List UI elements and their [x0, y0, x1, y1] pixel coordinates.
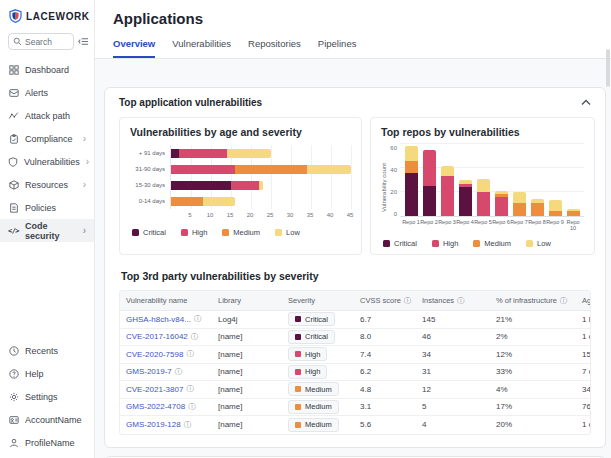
- tab-vulnerabilities[interactable]: Vulnerabilities: [172, 38, 231, 58]
- stacked-bar-repo-3[interactable]: [441, 166, 454, 216]
- sidebar-collapse-icon[interactable]: [78, 36, 89, 47]
- stacked-bar-repo-1[interactable]: [405, 146, 418, 216]
- severity-swatch: [295, 386, 301, 392]
- info-icon[interactable]: ⓘ: [191, 332, 199, 342]
- table-row[interactable]: GHSA-h8ch-v84...ⓘLog4jCritical6.714521%1…: [120, 311, 590, 329]
- info-icon[interactable]: ⓘ: [188, 402, 196, 412]
- stacked-bar[interactable]: [171, 181, 263, 190]
- legend-item-medium: Medium: [222, 228, 260, 237]
- chart-title: Top repos by vulnerabilities: [381, 126, 584, 138]
- scrollbar[interactable]: [606, 49, 610, 87]
- column-header-age[interactable]: Ageⓘ: [576, 296, 590, 306]
- info-icon[interactable]: ⓘ: [186, 349, 194, 359]
- info-icon[interactable]: ⓘ: [560, 296, 568, 306]
- vulnerability-link[interactable]: CVE-2020-7598: [126, 350, 183, 359]
- sidebar-item-resources[interactable]: Resources›: [0, 173, 94, 196]
- x-tick-label: 15: [227, 212, 234, 218]
- stacked-bar-repo-5[interactable]: [477, 179, 490, 216]
- sidebar-item-policies[interactable]: Policies: [0, 196, 94, 219]
- top-application-vulnerabilities-card: Top application vulnerabilities Vulnerab…: [104, 87, 606, 448]
- stacked-bar[interactable]: [171, 197, 235, 206]
- info-icon[interactable]: ⓘ: [186, 384, 194, 394]
- bar-segment-low: [441, 166, 454, 177]
- sidebar-item-recents[interactable]: Recents: [0, 339, 94, 362]
- column-header-instances[interactable]: Instancesⓘ: [416, 296, 490, 306]
- instances-cell: 5: [416, 402, 490, 411]
- sidebar-item-profilename[interactable]: ProfileName: [0, 431, 94, 454]
- sidebar-item-dashboard[interactable]: Dashboard: [0, 58, 94, 81]
- table-row[interactable]: CVE-2021-3807ⓘ[name]Medium4.8124%34 days: [120, 381, 590, 399]
- stacked-bar-repo-8[interactable]: [531, 199, 544, 216]
- vulnerability-link[interactable]: GMS-2019-128: [126, 420, 181, 429]
- column-header-library[interactable]: Library: [212, 296, 282, 305]
- search-input[interactable]: Search: [8, 33, 74, 50]
- vulnerability-link[interactable]: CVE-2021-3807: [126, 385, 183, 394]
- tab-pipelines[interactable]: Pipelines: [318, 38, 357, 58]
- stacked-bar-repo-2[interactable]: [423, 150, 436, 216]
- sidebar-item-label: Attack path: [25, 111, 70, 121]
- tab-overview[interactable]: Overview: [113, 38, 155, 58]
- chart-title: Vulnerabilities by age and severity: [130, 126, 351, 138]
- sidebar-item-compliance[interactable]: Compliance›: [0, 127, 94, 150]
- x-tick-label: Repo 7: [510, 219, 528, 231]
- info-icon[interactable]: ⓘ: [184, 420, 192, 430]
- sidebar-item-help[interactable]: Help: [0, 362, 94, 385]
- recents-icon: [8, 346, 19, 356]
- sidebar-item-label: Compliance: [25, 134, 73, 144]
- table-row[interactable]: GMS-2019-128ⓘ[name]Medium5.6420%1 day: [120, 416, 590, 434]
- bar-segment-high: [477, 192, 490, 216]
- vulnerability-link[interactable]: GMS-2022-4708: [126, 402, 185, 411]
- info-icon[interactable]: ⓘ: [175, 367, 183, 377]
- sidebar-item-label: ProfileName: [25, 438, 75, 448]
- bar-row: [171, 145, 351, 161]
- table-row[interactable]: CVE-2020-7598ⓘ[name]High7.43412%15 days: [120, 346, 590, 364]
- stacked-bar[interactable]: [171, 149, 271, 158]
- sidebar-item-label: Help: [25, 369, 44, 379]
- x-tick-label: Repo 6: [492, 219, 510, 231]
- stacked-bar-repo-7[interactable]: [513, 192, 526, 216]
- info-icon[interactable]: ⓘ: [404, 296, 412, 306]
- sidebar-item-code-security[interactable]: </>Code security›: [0, 219, 94, 242]
- chevron-up-icon[interactable]: [581, 99, 591, 106]
- table-row[interactable]: GMS-2022-4708ⓘ[name]Medium3.1517%76 days: [120, 399, 590, 417]
- sidebar-item-settings[interactable]: Settings: [0, 385, 94, 408]
- stacked-bar-repo-10[interactable]: [567, 209, 580, 216]
- code-security-icon: </>: [8, 227, 19, 235]
- bar-segment-medium: [235, 165, 307, 174]
- stacked-bar-repo-6[interactable]: [495, 191, 508, 216]
- table-row[interactable]: CVE-2017-16042ⓘ[name]Critical8.0462%1 da…: [120, 329, 590, 347]
- info-icon[interactable]: ⓘ: [194, 314, 202, 324]
- vulnerability-link[interactable]: GHSA-h8ch-v84...: [126, 315, 191, 324]
- library-cell: [name]: [212, 332, 282, 341]
- library-cell: [name]: [212, 385, 282, 394]
- vulnerability-name-cell: GMS-2019-128ⓘ: [120, 420, 212, 430]
- y-axis-label: Vulnerability count: [381, 145, 387, 231]
- legend-item-critical: Critical: [383, 239, 417, 248]
- severity-swatch: [295, 351, 301, 357]
- sidebar-footer-nav: RecentsHelpSettingsAccountNameProfileNam…: [0, 339, 94, 454]
- tab-repositories[interactable]: Repositories: [248, 38, 301, 58]
- bar-segment-medium: [171, 197, 203, 206]
- sidebar-item-alerts[interactable]: Alerts: [0, 81, 94, 104]
- column-header-vulnerability-name[interactable]: Vulnerability name: [120, 296, 212, 305]
- severity-swatch: [295, 316, 301, 322]
- chevron-right-icon: ›: [83, 226, 86, 236]
- stacked-bar-repo-4[interactable]: [459, 180, 472, 216]
- sidebar-item-attack-path[interactable]: Attack path: [0, 104, 94, 127]
- vchart-plot: [400, 145, 584, 217]
- stacked-bar[interactable]: [171, 165, 351, 174]
- sidebar-item-label: AccountName: [25, 415, 82, 425]
- column-header-cvss-score[interactable]: CVSS scoreⓘ: [354, 296, 416, 306]
- column-header-severity[interactable]: Severity: [282, 296, 354, 305]
- sidebar-item-accountname[interactable]: AccountName: [0, 408, 94, 431]
- sidebar-item-vulnerabilities[interactable]: Vulnerabilities›: [0, 150, 94, 173]
- vulnerability-link[interactable]: CVE-2017-16042: [126, 332, 188, 341]
- table-row[interactable]: GMS-2019-7ⓘ[name]High6.23133%7 days: [120, 364, 590, 382]
- table-body: GHSA-h8ch-v84...ⓘLog4jCritical6.714521%1…: [120, 311, 590, 434]
- stacked-bar-repo-9[interactable]: [549, 200, 562, 216]
- sidebar-item-label: Policies: [25, 203, 56, 213]
- vulnerability-link[interactable]: GMS-2019-7: [126, 367, 172, 376]
- info-icon[interactable]: ⓘ: [457, 296, 465, 306]
- bar-segment-medium: [567, 211, 580, 216]
- column-header-of-infrastructure[interactable]: % of infrastructureⓘ: [490, 296, 576, 306]
